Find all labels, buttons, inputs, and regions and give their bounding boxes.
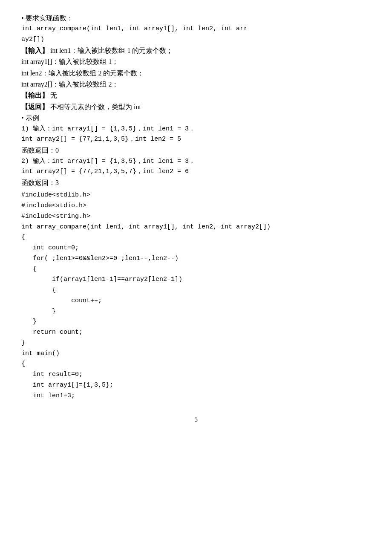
example1-line2: int array2[] = {77,21,1,3,5}，int len2 = … bbox=[21, 134, 371, 145]
input-line4: int array2[]：输入被比较数组 2； bbox=[21, 79, 371, 90]
example1-result: 函数返回：0 bbox=[21, 145, 371, 156]
example2-result: 函数返回：3 bbox=[21, 177, 371, 188]
bullet2-line: • 示例 bbox=[21, 113, 371, 124]
page-content: • 要求实现函数： int array_compare(int len1, in… bbox=[21, 13, 371, 425]
page-number: 5 bbox=[21, 414, 371, 425]
input-line1: int len1：输入被比较数组 1 的元素个数； bbox=[49, 47, 173, 54]
example2-line1: 2) 输入：int array1[] = {1,3,5}，int len1 = … bbox=[21, 156, 371, 167]
func-sig-line2: ay2[]) bbox=[21, 35, 371, 45]
code-block: #include<stdlib.h> #include<stdio.h> #in… bbox=[21, 190, 371, 401]
bullet2-text: 示例 bbox=[26, 114, 39, 121]
return-line: 【返回】 不相等元素的个数，类型为 int bbox=[21, 101, 371, 113]
output-header: 【输出】 bbox=[21, 92, 49, 99]
return-text: 不相等元素的个数，类型为 int bbox=[49, 103, 141, 110]
example2-line2: int array2[] = {77,21,1,3,5,7}，int len2 … bbox=[21, 167, 371, 177]
return-header: 【返回】 bbox=[21, 103, 49, 110]
output-line: 【输出】 无 bbox=[21, 90, 371, 101]
bullet1-line: • 要求实现函数： bbox=[21, 13, 371, 24]
bullet1-symbol: • bbox=[21, 14, 26, 22]
bullet1-text: 要求实现函数： bbox=[26, 14, 73, 22]
func-sig-line1: int array_compare(int len1, int array1[]… bbox=[21, 24, 371, 35]
input-header-line: 【输入】 int len1：输入被比较数组 1 的元素个数； bbox=[21, 45, 371, 56]
input-header: 【输入】 bbox=[21, 47, 49, 54]
input-line2: int array1[]：输入被比较数组 1； bbox=[21, 56, 371, 67]
example1-line1: 1) 输入：int array1[] = {1,3,5}，int len1 = … bbox=[21, 124, 371, 135]
output-text: 无 bbox=[49, 92, 57, 99]
input-line3: int len2：输入被比较数组 2 的元素个数； bbox=[21, 68, 371, 79]
bullet2-symbol: • bbox=[21, 114, 26, 121]
